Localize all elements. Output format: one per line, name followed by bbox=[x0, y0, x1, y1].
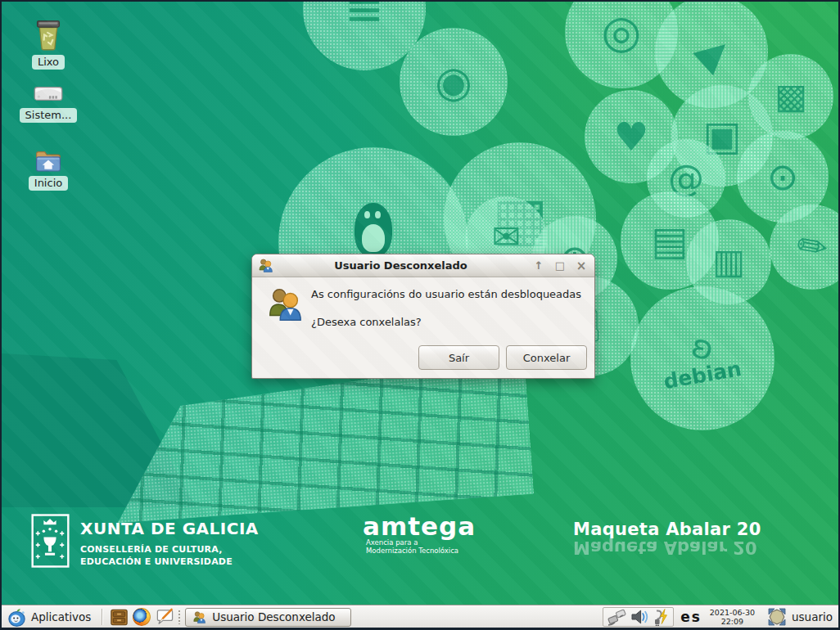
maximize-window-button[interactable]: □ bbox=[553, 259, 567, 273]
dialog-titlebar[interactable]: Usuario Desconxelado ↑ □ × bbox=[252, 254, 594, 277]
users-dialog-icon bbox=[266, 286, 304, 323]
dialog-message-primary: As configuracións do usuario están desbl… bbox=[311, 288, 581, 300]
dialog-message-secondary: ¿Desexa conxelalas? bbox=[311, 316, 422, 328]
network-icon[interactable] bbox=[607, 608, 626, 627]
taskbar: Aplicativos Usuario Desconxelado es 2021… bbox=[2, 605, 838, 628]
shade-window-button[interactable]: ↑ bbox=[531, 259, 546, 273]
xunta-subtitle-line1: CONSELLERÍA DE CULTURA, bbox=[80, 544, 259, 555]
desktop-icon-label: Lixo bbox=[32, 55, 65, 70]
wallpaper-icon-cursor: ▶ bbox=[655, 0, 768, 108]
user-switcher[interactable]: usuario bbox=[765, 608, 836, 626]
messenger-launcher[interactable] bbox=[154, 607, 175, 627]
clock-applet[interactable]: 2021-06-30 22:09 bbox=[710, 608, 755, 626]
wallpaper-icon-thumbs-up: ☝ bbox=[539, 277, 639, 376]
amtega-tagline-line2: Modernización Tecnolóxica bbox=[366, 547, 476, 555]
desktop-icon-label: Sistem... bbox=[20, 108, 78, 123]
wallpaper-icon-magnifier: ◎ bbox=[565, 0, 678, 88]
wallpaper-icon-compass: ◉ bbox=[400, 28, 508, 136]
user-name-label: usuario bbox=[792, 610, 833, 623]
conxelar-button[interactable]: Conxelar bbox=[506, 345, 587, 370]
maqueta-text: Maqueta Abalar 20 bbox=[573, 520, 761, 539]
volume-icon[interactable] bbox=[630, 608, 648, 626]
xunta-title: XUNTA DE GALICIA bbox=[80, 519, 259, 538]
abalar-mascot-icon bbox=[7, 608, 26, 627]
taskbar-separator bbox=[102, 609, 102, 625]
wallpaper-icon-menu-lines: ≡ bbox=[303, 0, 426, 70]
amtega-wordmark: amtega bbox=[363, 514, 476, 538]
wallpaper-icon-pencil: ✎ bbox=[770, 205, 840, 290]
clock-time: 22:09 bbox=[710, 617, 755, 626]
keyboard-layout-indicator[interactable]: es bbox=[680, 609, 702, 625]
wallpaper-linux-circle: Linux bbox=[278, 147, 468, 337]
desktop-icon-label: Inicio bbox=[29, 176, 68, 191]
dialog-usuario-desconxelado: Usuario Desconxelado ↑ □ × As configurac… bbox=[251, 254, 595, 379]
wallpaper-icon-at-sign: @ bbox=[647, 139, 725, 218]
tux-penguin-icon bbox=[355, 203, 392, 257]
sair-button[interactable]: Saír bbox=[418, 345, 499, 370]
xunta-de-galicia-logo: XUNTA DE GALICIA CONSELLERÍA DE CULTURA,… bbox=[31, 514, 259, 569]
wallpaper-icon-monitor: ▣ bbox=[671, 85, 773, 187]
wallpaper-debian-circle: ʚ debian bbox=[630, 286, 775, 430]
wallpaper-debian-label: debian bbox=[662, 356, 743, 393]
file-cabinet-icon bbox=[110, 608, 129, 627]
home-folder-icon bbox=[34, 147, 63, 173]
wallpaper-icon-location-pin: ⊙ bbox=[737, 131, 829, 223]
firefox-launcher[interactable] bbox=[131, 607, 152, 627]
wallpaper-icon-calendar: ▦ bbox=[444, 142, 596, 295]
wallpaper-laptop-screen bbox=[2, 344, 223, 507]
taskbar-window-button[interactable]: Usuario Desconxelado bbox=[185, 608, 351, 627]
wallpaper-icon-whiteboard: ▤ bbox=[621, 191, 719, 290]
window-list-drag-handle[interactable] bbox=[178, 610, 182, 624]
xunta-subtitle-line2: EDUCACIÓN E UNIVERSIDADE bbox=[80, 556, 259, 567]
wallpaper-linux-label: Linux bbox=[337, 252, 409, 286]
users-icon bbox=[258, 258, 273, 273]
hard-drive-icon bbox=[33, 82, 64, 105]
close-window-button[interactable]: × bbox=[574, 259, 589, 273]
desktop-wallpaper: ≡ ◉ ◎ ▶ ♥ ▣ @ ⊙ ▩ ▦ ✉ ⊕ ▤ ▥ ☝ ✎ Linux ʚ … bbox=[2, 2, 838, 605]
wallpaper-icon-globe: ⊕ bbox=[532, 216, 617, 301]
trash-icon bbox=[34, 18, 63, 52]
amtega-tagline-line1: Axencia para a bbox=[366, 538, 476, 547]
desktop-icon-trash[interactable]: Lixo bbox=[16, 18, 80, 70]
desktop-icon-home[interactable]: Inicio bbox=[16, 147, 80, 191]
maqueta-text-reflection: Maqueta Abalar 20 bbox=[573, 538, 761, 557]
desktop-screen: ≡ ◉ ◎ ▶ ♥ ▣ @ ⊙ ▩ ▦ ✉ ⊕ ▤ ▥ ☝ ✎ Linux ʚ … bbox=[0, 0, 840, 630]
firefox-icon bbox=[133, 608, 151, 626]
wallpaper-laptop-keyboard bbox=[108, 357, 534, 523]
user-avatar-icon bbox=[768, 608, 786, 626]
wallpaper-icon-heart: ♥ bbox=[585, 90, 678, 183]
notification-area bbox=[603, 607, 674, 627]
chat-pencil-icon bbox=[155, 608, 174, 627]
taskbar-window-label: Usuario Desconxelado bbox=[212, 610, 335, 623]
dialog-title: Usuario Desconxelado bbox=[273, 259, 528, 272]
wallpaper-icon-clipboard: ▥ bbox=[686, 219, 771, 304]
users-icon bbox=[192, 610, 206, 624]
clock-date: 2021-06-30 bbox=[710, 608, 755, 617]
desktop-icon-system[interactable]: Sistem... bbox=[16, 82, 80, 123]
power-manager-icon[interactable] bbox=[653, 608, 669, 626]
galicia-shield-icon bbox=[31, 514, 70, 569]
applications-menu-button[interactable]: Aplicativos bbox=[4, 607, 97, 628]
file-manager-launcher[interactable] bbox=[108, 607, 129, 627]
maqueta-abalar-label: Maqueta Abalar 20 Maqueta Abalar 20 bbox=[573, 520, 761, 557]
wallpaper-icon-grid: ▩ bbox=[748, 54, 833, 139]
applications-menu-label: Aplicativos bbox=[31, 610, 91, 623]
wallpaper-icon-envelope: ✉ bbox=[465, 196, 547, 278]
amtega-logo: amtega Axencia para a Modernización Tecn… bbox=[363, 514, 476, 555]
